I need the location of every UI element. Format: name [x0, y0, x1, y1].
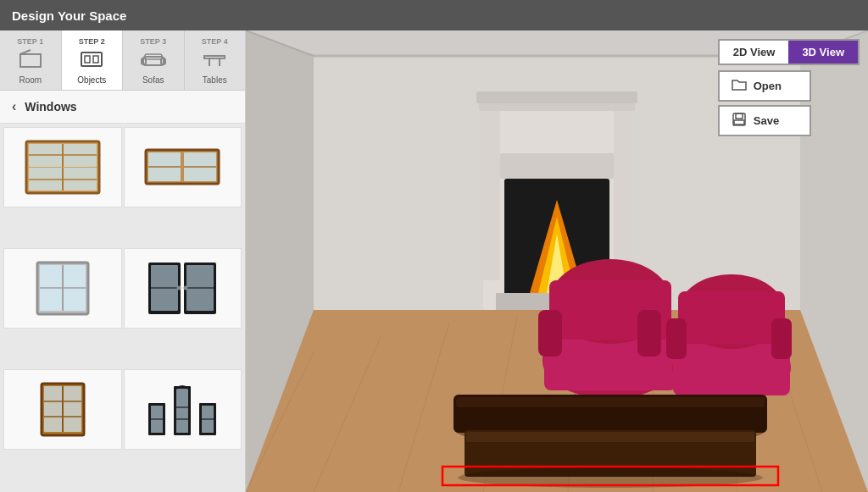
- svg-rect-54: [733, 113, 745, 125]
- svg-rect-0: [20, 54, 41, 67]
- svg-rect-97: [678, 291, 785, 344]
- step4-label-top: STEP 4: [202, 37, 228, 46]
- category-header[interactable]: ‹ Windows: [0, 91, 245, 124]
- folder-icon: [732, 78, 747, 94]
- toolbar-right: 2D View 3D View Open Save: [718, 39, 860, 140]
- step-sofas[interactable]: STEP 3 Sofas: [123, 30, 185, 90]
- svg-rect-55: [736, 113, 743, 119]
- step4-name: Tables: [203, 75, 227, 85]
- step2-label-top: STEP 2: [79, 37, 105, 46]
- left-panel: STEP 1 Room STEP 2 Objects STEP 3: [0, 30, 246, 492]
- back-button[interactable]: ‹: [12, 99, 16, 114]
- category-name: Windows: [25, 100, 76, 113]
- app-title: Design Your Space: [12, 8, 126, 23]
- svg-rect-75: [481, 111, 500, 280]
- app-container: Design Your Space STEP 1 Room STEP 2: [0, 0, 868, 492]
- svg-rect-3: [93, 56, 98, 63]
- step4-icon: [203, 49, 226, 73]
- save-icon: [732, 113, 747, 129]
- svg-rect-98: [666, 318, 687, 359]
- svg-rect-91: [637, 310, 661, 357]
- svg-point-37: [184, 286, 188, 290]
- view-2d-button[interactable]: 2D View: [720, 41, 789, 64]
- step3-label-top: STEP 3: [140, 37, 166, 46]
- svg-rect-8: [204, 56, 225, 58]
- main-area: STEP 1 Room STEP 2 Objects STEP 3: [0, 30, 868, 492]
- svg-rect-104: [466, 432, 754, 442]
- save-label: Save: [754, 114, 779, 127]
- window-item-3[interactable]: [3, 248, 122, 329]
- svg-rect-77: [476, 91, 637, 103]
- svg-rect-76: [614, 111, 632, 280]
- view-toggle: 2D View 3D View: [718, 39, 860, 65]
- window-item-1[interactable]: [3, 127, 122, 207]
- svg-rect-82: [500, 153, 614, 179]
- steps-bar: STEP 1 Room STEP 2 Objects STEP 3: [0, 30, 245, 91]
- view-3d-button[interactable]: 3D View: [788, 41, 858, 64]
- svg-rect-102: [456, 397, 765, 407]
- step1-label-top: STEP 1: [17, 37, 43, 46]
- step-objects[interactable]: STEP 2 Objects: [62, 30, 124, 90]
- svg-rect-56: [734, 120, 744, 124]
- window-item-6[interactable]: [124, 369, 242, 450]
- step3-name: Sofas: [142, 75, 164, 85]
- window-item-5[interactable]: [3, 369, 122, 450]
- step2-name: Objects: [77, 75, 106, 85]
- save-button[interactable]: Save: [718, 105, 811, 136]
- svg-rect-48: [176, 389, 188, 433]
- svg-point-36: [177, 286, 181, 290]
- step-tables[interactable]: STEP 4 Tables: [185, 30, 246, 90]
- step2-icon: [80, 49, 103, 73]
- svg-rect-99: [771, 318, 792, 359]
- step1-name: Room: [19, 75, 42, 85]
- open-button[interactable]: Open: [718, 70, 811, 102]
- open-label: Open: [754, 80, 782, 92]
- svg-rect-90: [538, 310, 562, 357]
- window-grid: [0, 124, 245, 492]
- title-bar: Design Your Space: [0, 0, 868, 30]
- step-room[interactable]: STEP 1 Room: [0, 30, 62, 90]
- svg-rect-2: [85, 56, 90, 63]
- right-panel: 2D View 3D View Open Save: [246, 30, 868, 492]
- window-item-2[interactable]: [124, 127, 242, 207]
- step1-icon: [19, 49, 42, 73]
- step3-icon: [141, 49, 166, 73]
- window-item-4[interactable]: [124, 248, 242, 329]
